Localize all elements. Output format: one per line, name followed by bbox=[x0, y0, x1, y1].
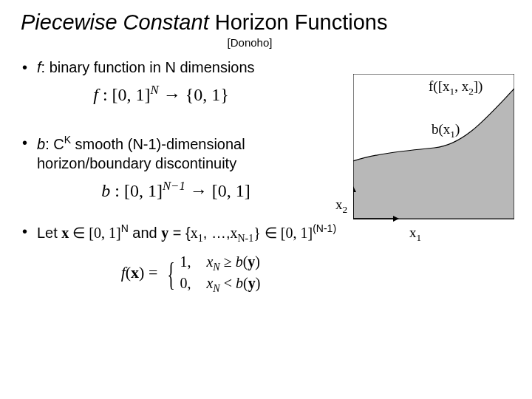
bullet-b: b: CK smooth (N-1)-dimensional horizon/b… bbox=[21, 133, 347, 173]
bullet-let-x1: x bbox=[191, 225, 198, 241]
bullet-f-text: : binary function in N dimensions bbox=[41, 59, 255, 75]
bullet-b-mid: : C bbox=[45, 136, 64, 152]
bullet-let-pre: Let bbox=[37, 225, 61, 241]
bullet-let-x1sub: 1 bbox=[198, 233, 203, 244]
bullet-let-xn: x bbox=[230, 225, 237, 241]
case2-val: 0, bbox=[180, 274, 199, 292]
bullet-let-xnsub: N-1 bbox=[237, 233, 253, 244]
bullet-let-y: y bbox=[161, 225, 168, 241]
formula-piecewise: f(x) = { 1, xN ≥ b(y) 0, xN < b(y) bbox=[21, 253, 361, 296]
bullet-let-close: } ∈ [0, 1] bbox=[253, 225, 313, 241]
horizon-plot-svg bbox=[353, 74, 514, 235]
case1-val: 1, bbox=[180, 253, 199, 270]
title-italic: Piecewise Constant bbox=[21, 10, 209, 34]
bullet-let-exp: (N-1) bbox=[313, 222, 336, 234]
attribution: [Donoho] bbox=[109, 36, 390, 49]
bullet-let-eq: = { bbox=[168, 225, 190, 241]
bullet-b-sup: K bbox=[64, 134, 71, 146]
bullet-f: f: binary function in N dimensions bbox=[21, 58, 347, 77]
figure-x1-label: x1 bbox=[409, 225, 421, 244]
formula-f-map: f : [0, 1]N → {0, 1} bbox=[21, 83, 301, 105]
title-rest: Horizon Functions bbox=[209, 10, 388, 34]
bullet-let-n: N bbox=[121, 222, 129, 234]
figure-x2-label: x2 bbox=[335, 197, 347, 216]
figure-b-label: b(x1) bbox=[432, 121, 460, 140]
bullet-let-and: and bbox=[129, 225, 161, 241]
bullet-let-x: x bbox=[61, 225, 69, 241]
bullet-b-var: b bbox=[37, 136, 45, 152]
slide-title: Piecewise Constant Horizon Functions bbox=[21, 10, 511, 35]
bullet-let-dots: , …, bbox=[203, 225, 231, 241]
bullet-let-in1: ∈ [0, 1] bbox=[69, 225, 120, 241]
figure-f-label: f([x1, x2]) bbox=[429, 78, 482, 98]
formula-b-map: b : [0, 1]N−1 → [0, 1] bbox=[21, 179, 331, 201]
horizon-figure: f([x1, x2]) b(x1) x2 x1 bbox=[353, 74, 514, 235]
